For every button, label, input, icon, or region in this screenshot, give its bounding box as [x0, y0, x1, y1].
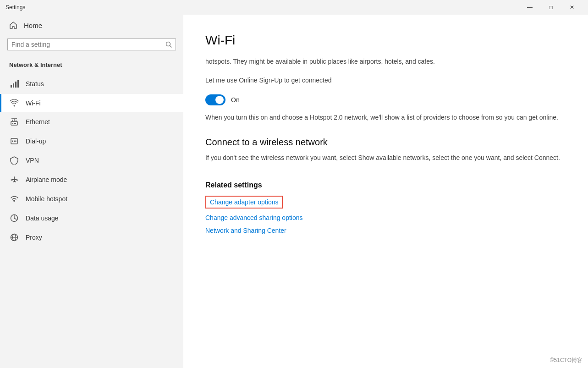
sidebar-item-wifi[interactable]: Wi-Fi: [0, 94, 183, 112]
sidebar-item-airplane[interactable]: Airplane mode: [0, 170, 183, 189]
svg-rect-18: [12, 141, 13, 142]
sidebar-item-status[interactable]: Status: [0, 74, 183, 94]
sidebar-item-dialup[interactable]: Dial-up: [0, 132, 183, 151]
airplane-icon: [9, 176, 19, 184]
svg-rect-15: [12, 140, 13, 141]
svg-rect-17: [16, 140, 16, 141]
svg-rect-3: [13, 83, 14, 88]
watermark: ©51CTO博客: [550, 357, 583, 364]
datausage-icon: [9, 214, 19, 222]
svg-rect-19: [14, 141, 15, 142]
sidebar-item-ethernet[interactable]: Ethernet: [0, 112, 183, 132]
svg-rect-5: [17, 80, 19, 88]
sidebar-item-status-label: Status: [26, 80, 44, 88]
related-settings-title: Related settings: [205, 181, 566, 189]
main-layout: Home Network & Internet: [0, 15, 588, 368]
vpn-icon: [9, 156, 19, 165]
sidebar-item-hotspot[interactable]: Mobile hotspot: [0, 189, 183, 209]
sidebar-item-proxy-label: Proxy: [26, 234, 42, 241]
content-area: Wi-Fi hotspots. They might be available …: [183, 15, 588, 368]
svg-rect-2: [11, 85, 12, 88]
ethernet-icon: [9, 118, 19, 126]
sidebar-item-airplane-label: Airplane mode: [26, 176, 67, 183]
svg-rect-4: [15, 82, 16, 88]
sidebar-home-label: Home: [24, 22, 42, 29]
sidebar-item-vpn[interactable]: VPN: [0, 151, 183, 170]
sidebar-item-datausage[interactable]: Data usage: [0, 209, 183, 228]
svg-rect-13: [15, 123, 16, 124]
svg-rect-20: [16, 141, 16, 142]
app-title: Settings: [5, 4, 25, 11]
page-title: Wi-Fi: [205, 33, 566, 48]
proxy-icon: [9, 233, 19, 242]
sidebar: Home Network & Internet: [0, 15, 183, 368]
close-button[interactable]: ✕: [561, 0, 583, 15]
wireless-section-text: If you don't see the wireless network yo…: [205, 153, 566, 163]
sidebar-item-vpn-label: VPN: [26, 157, 39, 164]
title-bar: Settings — □ ✕: [0, 0, 588, 15]
window-controls: — □ ✕: [519, 0, 583, 15]
hotspot-text: hotspots. They might be available in pub…: [205, 57, 566, 66]
status-icon: [9, 79, 19, 88]
toggle-knob: [215, 96, 224, 104]
search-box[interactable]: [7, 38, 176, 50]
sidebar-item-ethernet-label: Ethernet: [26, 118, 50, 126]
change-advanced-sharing-link[interactable]: Change advanced sharing options: [205, 214, 566, 221]
home-icon: [9, 21, 17, 29]
svg-line-1: [170, 46, 172, 48]
sidebar-item-dialup-label: Dial-up: [26, 137, 46, 145]
toggle-label-text: Let me use Online Sign-Up to get connect…: [205, 76, 566, 85]
svg-rect-16: [14, 140, 15, 141]
sidebar-item-proxy[interactable]: Proxy: [0, 228, 183, 247]
dialup-icon: [9, 137, 19, 145]
wireless-section-heading: Connect to a wireless network: [205, 137, 566, 148]
hotspot-icon: [9, 195, 19, 203]
svg-rect-11: [12, 123, 13, 124]
change-adapter-options-link[interactable]: Change adapter options: [205, 196, 283, 209]
wifi-icon: [9, 99, 19, 107]
toggle-state-label: On: [231, 96, 240, 104]
svg-rect-12: [14, 123, 15, 124]
sidebar-item-datausage-label: Data usage: [26, 214, 59, 222]
sidebar-item-home[interactable]: Home: [0, 15, 183, 36]
toggle-row: On: [205, 94, 566, 105]
svg-point-21: [13, 200, 15, 202]
online-signup-toggle[interactable]: [205, 94, 225, 105]
search-input[interactable]: [11, 41, 162, 48]
toggle-description: When you turn this on and choose a Hotsp…: [205, 113, 566, 122]
minimize-button[interactable]: —: [519, 0, 540, 15]
sidebar-section-title: Network & Internet: [0, 58, 183, 74]
search-icon: [165, 41, 172, 48]
network-sharing-center-link[interactable]: Network and Sharing Center: [205, 227, 566, 234]
maximize-button[interactable]: □: [540, 0, 561, 15]
sidebar-item-hotspot-label: Mobile hotspot: [26, 195, 67, 203]
sidebar-item-wifi-label: Wi-Fi: [26, 99, 41, 107]
